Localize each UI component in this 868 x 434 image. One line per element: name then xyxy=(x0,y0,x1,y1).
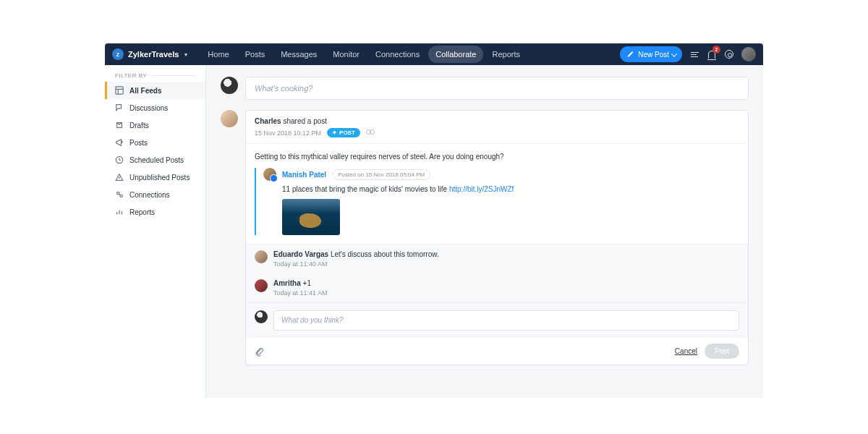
composer-avatar xyxy=(221,77,238,94)
post-card: Charles shared a post 15 Nov 2018 10:12 … xyxy=(245,110,749,365)
post-type-chip: POST xyxy=(327,128,360,137)
quoted-author[interactable]: Manish Patel xyxy=(282,171,326,179)
reply-input[interactable]: What do you think? xyxy=(273,310,739,331)
sidebar-item-drafts[interactable]: Drafts xyxy=(105,116,205,134)
comment-time: Today at 11:40 AM xyxy=(273,260,439,268)
menu-icon[interactable] xyxy=(689,49,699,59)
feeds-icon xyxy=(115,86,124,95)
drafts-icon xyxy=(115,121,124,129)
main-nav: Home Posts Messages Monitor Connections … xyxy=(200,46,527,63)
posts-icon xyxy=(115,138,124,147)
brand-switcher[interactable]: Z ZylkerTravels ▾ xyxy=(112,48,187,60)
nav-reports[interactable]: Reports xyxy=(485,46,527,63)
quoted-link[interactable]: http://bit.ly/2SJnWZf xyxy=(449,185,514,193)
nav-posts[interactable]: Posts xyxy=(238,46,273,63)
sidebar-item-reports[interactable]: Reports xyxy=(105,203,205,221)
notifications-icon[interactable]: 2 xyxy=(707,49,717,59)
comment-item: Eduardo Vargas Let's discuss about this … xyxy=(246,244,748,273)
quoted-thumbnail[interactable] xyxy=(282,199,340,235)
comment-item: Amritha +1 Today at 11:41 AM xyxy=(246,273,748,302)
comment-author: Amritha xyxy=(273,279,301,287)
sidebar-item-label: Unpublished Posts xyxy=(129,174,190,182)
composer-input[interactable]: What's cooking? xyxy=(245,77,749,100)
sidebar-item-label: Scheduled Posts xyxy=(129,156,184,164)
notification-badge: 2 xyxy=(712,46,720,54)
sidebar-item-label: All Feeds xyxy=(129,87,161,95)
sidebar-item-scheduled[interactable]: Scheduled Posts xyxy=(105,151,205,169)
quoted-post: Manish Patel Posted on 15 Nov 2018 05:04… xyxy=(255,168,739,235)
sidebar: FILTER BY All Feeds Discussions Drafts P… xyxy=(105,65,206,398)
nav-home[interactable]: Home xyxy=(200,46,236,63)
comment-time: Today at 11:41 AM xyxy=(273,289,328,297)
new-post-label: New Post xyxy=(638,51,669,59)
post-timestamp: 15 Nov 2018 10:12 PM xyxy=(255,129,321,137)
quoted-author-avatar xyxy=(263,168,276,181)
sidebar-item-label: Reports xyxy=(129,208,155,216)
svg-point-6 xyxy=(120,195,122,197)
comment-author: Eduardo Vargas xyxy=(273,250,328,258)
svg-rect-0 xyxy=(116,87,123,94)
svg-point-5 xyxy=(117,192,119,195)
sidebar-item-all-feeds[interactable]: All Feeds xyxy=(105,82,205,99)
svg-line-7 xyxy=(119,195,121,195)
chevron-down-icon: ▾ xyxy=(184,51,187,58)
filter-heading: FILTER BY xyxy=(105,72,205,82)
nav-collaborate[interactable]: Collaborate xyxy=(428,46,483,63)
discussions-icon xyxy=(115,103,124,112)
brand-logo: Z xyxy=(112,48,124,60)
post-author-avatar xyxy=(221,110,238,127)
post-button[interactable]: Post xyxy=(705,344,739,359)
brand-name: ZylkerTravels xyxy=(128,50,179,59)
warning-icon xyxy=(115,173,124,182)
sidebar-item-label: Posts xyxy=(129,139,148,147)
clock-icon xyxy=(115,156,124,164)
comments-section: Eduardo Vargas Let's discuss about this … xyxy=(246,244,748,338)
reply-avatar xyxy=(255,310,268,323)
comment-avatar xyxy=(255,250,268,263)
cancel-button[interactable]: Cancel xyxy=(675,347,697,355)
new-post-button[interactable]: New Post xyxy=(620,46,682,62)
settings-icon[interactable] xyxy=(724,49,734,59)
post-body-text: Getting to this mythical valley requires… xyxy=(255,153,739,161)
post-heading: Charles shared a post xyxy=(255,117,739,125)
sidebar-item-unpublished[interactable]: Unpublished Posts xyxy=(105,169,205,186)
comment-text: Let's discuss about this tomorrow. xyxy=(331,250,439,258)
post-author: Charles xyxy=(255,117,281,125)
audience-icon[interactable] xyxy=(366,129,375,137)
reports-icon xyxy=(115,208,124,216)
sidebar-item-discussions[interactable]: Discussions xyxy=(105,99,205,116)
quoted-text: 11 places that bring the magic of kids' … xyxy=(282,185,739,193)
main-feed: What's cooking? Charles shared a post 15… xyxy=(206,65,763,398)
post-action: shared a post xyxy=(283,117,327,125)
sidebar-item-label: Drafts xyxy=(129,122,149,129)
nav-messages[interactable]: Messages xyxy=(273,46,324,63)
sidebar-item-connections[interactable]: Connections xyxy=(105,186,205,203)
attachment-icon[interactable] xyxy=(255,346,263,357)
sidebar-item-posts[interactable]: Posts xyxy=(105,134,205,151)
top-nav: Z ZylkerTravels ▾ Home Posts Messages Mo… xyxy=(105,43,763,65)
quoted-timestamp: Posted on 15 Nov 2018 05:04 PM xyxy=(332,169,430,180)
comment-text: +1 xyxy=(303,279,311,287)
comment-avatar xyxy=(255,279,268,292)
connections-icon xyxy=(115,190,124,199)
nav-monitor[interactable]: Monitor xyxy=(326,46,367,63)
user-avatar[interactable] xyxy=(741,47,756,61)
pencil-icon xyxy=(627,51,634,58)
sidebar-item-label: Discussions xyxy=(129,104,168,112)
sidebar-item-label: Connections xyxy=(129,191,170,199)
nav-connections[interactable]: Connections xyxy=(368,46,427,63)
